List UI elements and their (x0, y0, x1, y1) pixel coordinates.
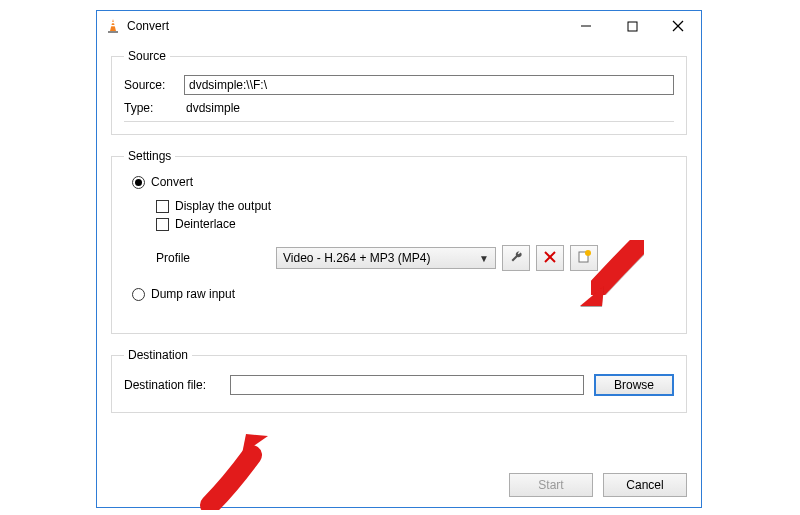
cancel-label: Cancel (626, 478, 663, 492)
radio-icon (132, 288, 145, 301)
source-input[interactable] (184, 75, 674, 95)
checkbox-icon (156, 200, 169, 213)
svg-rect-2 (110, 25, 116, 26)
settings-group: Settings Convert Display the output Dein… (111, 149, 687, 334)
close-button[interactable] (655, 11, 701, 41)
type-label: Type: (124, 101, 184, 115)
source-label: Source: (124, 78, 184, 92)
destination-file-label: Destination file: (124, 378, 230, 392)
checkbox-icon (156, 218, 169, 231)
convert-radio[interactable]: Convert (132, 175, 668, 189)
type-value: dvdsimple (184, 101, 240, 115)
display-output-label: Display the output (175, 199, 271, 213)
new-file-icon (578, 250, 591, 266)
start-label: Start (538, 478, 563, 492)
svg-rect-3 (108, 31, 118, 33)
deinterlace-label: Deinterlace (175, 217, 236, 231)
destination-group: Destination Destination file: Browse (111, 348, 687, 413)
cancel-button[interactable]: Cancel (603, 473, 687, 497)
destination-file-input[interactable] (230, 375, 584, 395)
titlebar: Convert (97, 11, 701, 41)
svg-point-11 (585, 250, 591, 256)
profile-value: Video - H.264 + MP3 (MP4) (283, 251, 431, 265)
display-output-checkbox[interactable]: Display the output (156, 199, 668, 213)
start-button[interactable]: Start (509, 473, 593, 497)
profile-label: Profile (156, 251, 276, 265)
svg-rect-5 (628, 22, 637, 31)
profile-combo[interactable]: Video - H.264 + MP3 (MP4) ▼ (276, 247, 496, 269)
deinterlace-checkbox[interactable]: Deinterlace (156, 217, 668, 231)
new-profile-button[interactable] (570, 245, 598, 271)
svg-rect-1 (111, 22, 116, 23)
x-icon (544, 251, 556, 266)
wrench-icon (509, 250, 523, 267)
browse-label: Browse (614, 378, 654, 392)
browse-button[interactable]: Browse (594, 374, 674, 396)
convert-radio-label: Convert (151, 175, 193, 189)
radio-icon (132, 176, 145, 189)
source-group: Source Source: Type: dvdsimple (111, 49, 687, 135)
convert-dialog: Convert Source Source: Type: dvdsimple (96, 10, 702, 508)
window-title: Convert (127, 19, 563, 33)
window-controls (563, 11, 701, 41)
edit-profile-button[interactable] (502, 245, 530, 271)
dump-raw-radio[interactable]: Dump raw input (132, 287, 668, 301)
source-legend: Source (124, 49, 170, 63)
dump-raw-label: Dump raw input (151, 287, 235, 301)
settings-legend: Settings (124, 149, 175, 163)
vlc-cone-icon (105, 18, 121, 34)
minimize-button[interactable] (563, 11, 609, 41)
maximize-button[interactable] (609, 11, 655, 41)
chevron-down-icon: ▼ (479, 253, 489, 264)
delete-profile-button[interactable] (536, 245, 564, 271)
destination-legend: Destination (124, 348, 192, 362)
